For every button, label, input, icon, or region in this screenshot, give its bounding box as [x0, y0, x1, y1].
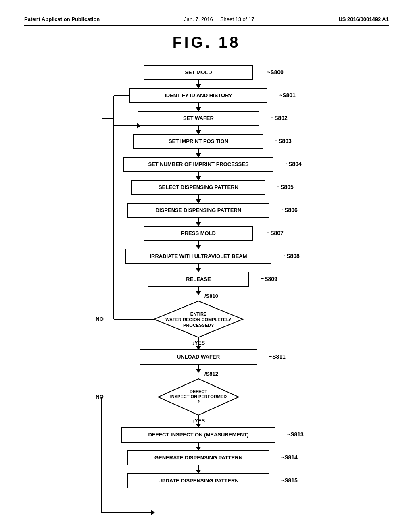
s807-text: PRESS MOLD — [181, 230, 216, 236]
s800-label: ~S800 — [267, 69, 284, 75]
page-header: Patent Application Publication Jan. 7, 2… — [24, 16, 389, 26]
header-center: Jan. 7, 2016 Sheet 13 of 17 — [184, 16, 254, 22]
svg-marker-13 — [196, 199, 201, 203]
svg-marker-27 — [196, 346, 201, 350]
s805-label: ~S805 — [277, 184, 294, 190]
svg-marker-21 — [196, 291, 201, 295]
svg-marker-29 — [196, 369, 201, 373]
header-sheet: Sheet 13 of 17 — [220, 16, 254, 22]
s806-text: DISPENSE DISPENSING PATTERN — [156, 207, 242, 213]
svg-marker-19 — [196, 268, 201, 272]
s803-text: SET IMPRINT POSITION — [169, 138, 228, 144]
s802-label: ~S802 — [271, 115, 288, 121]
svg-marker-33 — [151, 510, 155, 515]
s800-text: SET MOLD — [185, 69, 212, 75]
s809-text: RELEASE — [186, 276, 211, 282]
svg-marker-15 — [196, 222, 201, 226]
s810-text1: ENTIRE — [190, 312, 206, 316]
flowchart: SET MOLD ~S800 IDENTIFY ID AND HISTORY ~… — [65, 63, 348, 523]
s812-text3: ? — [197, 399, 200, 404]
s811-text: UNLOAD WAFER — [177, 354, 220, 360]
svg-marker-7 — [196, 130, 201, 134]
s814-label: ~S814 — [281, 454, 298, 461]
s809-label: ~S809 — [261, 276, 277, 282]
s810-text2: WAFER REGION COMPLETELY — [165, 317, 232, 322]
svg-marker-9 — [196, 153, 201, 157]
s811-label: ~S811 — [269, 353, 286, 360]
s815-text: UPDATE DISPENSING PATTERN — [158, 478, 238, 484]
s813-text: DEFECT INSPECTION (MEASUREMENT) — [148, 432, 248, 438]
header-right: US 2016/0001492 A1 — [338, 16, 389, 22]
s803-label: ~S803 — [275, 138, 292, 144]
s808-text: IRRADIATE WITH ULTRAVIOLET BEAM — [150, 253, 247, 259]
svg-marker-17 — [196, 245, 201, 249]
s802-text: SET WAFER — [183, 115, 214, 121]
svg-rect-42 — [102, 111, 118, 112]
header-date: Jan. 7, 2016 — [184, 16, 213, 22]
s812-label: /S812 — [204, 371, 218, 377]
s810-label: /S810 — [204, 293, 218, 299]
s801-label: ~S801 — [279, 92, 296, 98]
header-left: Patent Application Publication — [24, 16, 100, 22]
figure-title: FIG. 18 — [24, 34, 389, 51]
s801-text: IDENTIFY ID AND HISTORY — [165, 92, 232, 98]
s810-text3: PROCESSED? — [183, 323, 214, 328]
s812-text1: DEFECT — [190, 389, 207, 394]
s815-label: ~S815 — [281, 477, 298, 484]
s804-text: SET NUMBER OF IMPRINT PROCESSES — [148, 161, 249, 167]
s813-label: ~S813 — [287, 431, 304, 438]
s808-label: ~S808 — [283, 253, 300, 259]
svg-marker-39 — [196, 470, 201, 474]
svg-marker-37 — [196, 447, 201, 451]
svg-marker-5 — [196, 107, 201, 111]
s806-label: ~S806 — [281, 207, 298, 213]
svg-marker-1 — [196, 84, 201, 88]
s804-label: ~S804 — [285, 161, 302, 167]
svg-marker-11 — [196, 176, 201, 180]
s812-text2: INSPECTION PERFORMED — [170, 394, 227, 399]
page: Patent Application Publication Jan. 7, 2… — [0, 0, 413, 532]
s807-label: ~S807 — [267, 230, 284, 236]
s814-text: GENERATE DISPENSING PATTERN — [154, 455, 242, 461]
s805-text: SELECT DISPENSING PATTERN — [159, 184, 238, 190]
svg-marker-35 — [196, 424, 201, 428]
